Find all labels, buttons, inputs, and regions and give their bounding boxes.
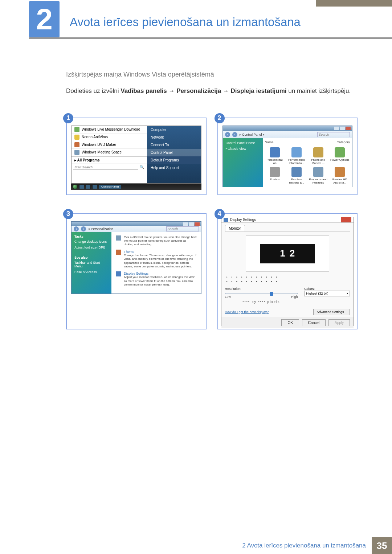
item-title: Display Settings [124,271,197,275]
help-link[interactable]: How do I get the best display? [225,310,269,314]
breadcrumb[interactable]: ▸ Control Panel ▸ [240,133,265,136]
instr-arrow-2: → [221,87,230,94]
start-search-input[interactable] [73,165,138,170]
cp-item[interactable]: Power Options [330,147,350,165]
resolution-slider[interactable] [225,293,298,294]
step-1-box: 1 Windows Live Messenger Download Norton… [66,118,207,195]
sidebar-seealso-title: See also [74,256,109,259]
performance-icon [291,147,302,157]
all-programs[interactable]: ▸ All Programs [72,156,147,164]
realtek-audio-icon [335,167,345,177]
window-close-button[interactable] [346,127,351,130]
resolution-label: Resolution: [225,287,298,291]
item-description: Change the theme. Themes can change a wi… [124,254,197,269]
personalization-item-display-settings[interactable]: Display SettingsAdjust your monitor reso… [116,271,197,287]
cp-item[interactable]: Printers [265,167,285,184]
nav-forward-icon[interactable]: › [81,226,86,231]
step-3-badge: 3 [63,209,73,219]
vista-start-menu: Windows Live Messenger Download Norton A… [71,126,201,184]
ok-button[interactable]: OK [281,319,299,326]
sidebar-link[interactable]: Ease of Access [74,270,109,274]
nav-forward-icon[interactable]: › [232,132,237,137]
sidebar-link[interactable]: • Classic View [226,147,260,151]
cp-item-label: Performance Informatio... [288,158,305,165]
cp-item-personalization[interactable]: Personalizati on [265,147,285,165]
monitor-arrangement[interactable]: 1 2 [260,244,315,263]
display-settings-dialog: Display Settings Monitor 1 2 • • • • • •… [221,217,354,326]
start-right-item[interactable]: Network [147,134,201,141]
mouse-pointer-icon [116,235,121,241]
sidebar-link[interactable]: Control Panel Home [226,141,260,145]
display-settings-icon [116,271,121,276]
monitor-select-placeholder: • • • • • • • • • • • [226,280,349,283]
sidebar-link[interactable]: Adjust font size (DPI) [74,246,109,249]
dialog-close-button[interactable] [341,217,351,222]
sidebar-link[interactable]: Change desktop icons [74,240,109,243]
window-close-button[interactable] [195,222,200,226]
search-input[interactable]: Search [166,226,199,231]
dialog-tabs: Monitor [225,225,350,232]
taskbar-quick-launch[interactable] [79,185,84,189]
footer-text: 2 Avota ierīces pievienošana un izmantoš… [242,542,372,549]
cancel-button[interactable]: Cancel [302,319,326,326]
start-right-item[interactable]: Default Programs [147,156,201,164]
window-minimize-button[interactable] [334,127,339,130]
cp-item[interactable]: Realtek HD Audio M... [330,167,350,184]
col-category: Category [336,140,350,144]
search-input[interactable]: Search [317,132,350,137]
window-maximize-button[interactable] [189,222,194,226]
personalization-icon [270,147,280,157]
item-title: Theme [124,250,197,254]
start-right-item-control-panel[interactable]: Control Panel [147,149,201,156]
window-maximize-button[interactable] [340,127,345,130]
nav-back-icon[interactable]: ‹ [225,132,230,137]
start-item[interactable]: Norton AntiVirus [72,134,147,141]
window-minimize-button[interactable] [183,222,188,226]
col-name: Name [265,140,337,144]
control-panel-grid: Personalizati on Performance Informatio.… [265,147,350,184]
window-titlebar [223,126,352,131]
page-footer: 2 Avota ierīces pievienošana un izmantoš… [242,537,392,554]
cp-item[interactable]: Problem Reports a... [286,167,307,184]
colors-combobox[interactable]: Highest (32 bit)▾ [304,291,350,296]
start-right-item[interactable]: Connect To [147,141,201,149]
monitor-1[interactable]: 1 [280,248,285,259]
start-search-row: 🔍 [72,164,147,171]
steps-grid: 1 Windows Live Messenger Download Norton… [66,118,358,329]
chapter-number: 2 [36,2,53,36]
personalization-window: ‹ › « Personalization Search Tasks Chang… [71,221,201,294]
chapter-number-box: 2 [29,1,60,37]
slider-thumb[interactable] [270,292,273,296]
start-item[interactable]: Windows DVD Maker [72,141,147,149]
chevron-down-icon: ▾ [347,292,348,295]
start-menu-left: Windows Live Messenger Download Norton A… [72,126,147,183]
norton-icon [74,135,79,140]
dialog-title: Display Settings [230,218,342,222]
cp-item[interactable]: Phone and Modem ... [308,147,328,165]
start-right-item[interactable]: Help and Support [147,164,201,172]
breadcrumb[interactable]: « Personalization [88,227,113,231]
taskbar-quick-launch[interactable] [92,185,97,189]
sidebar-link[interactable]: Taskbar and Start Menu [74,261,109,268]
cp-item[interactable]: Programs and Features [308,167,328,184]
start-item[interactable]: Windows Meeting Space [72,149,147,156]
start-right-item[interactable]: Computer [147,126,201,134]
cp-item[interactable]: Performance Informatio... [286,147,307,165]
personalization-main: Pick a different mouse pointer. You can … [111,232,201,294]
colors-value: Highest (32 bit) [306,292,328,295]
start-item[interactable]: Windows Live Messenger Download [72,126,147,134]
taskbar-window-button[interactable]: Control Panel [99,184,121,189]
tab-monitor[interactable]: Monitor [225,225,245,231]
monitor-select-placeholder: • • • • • • • • • • • [226,275,349,279]
taskbar-window-label: Control Panel [101,185,119,188]
personalization-item[interactable]: ThemeChange the theme. Themes can change… [116,250,197,269]
apply-button[interactable]: Apply [328,319,350,326]
taskbar-quick-launch[interactable] [86,185,91,189]
personalization-item[interactable]: Pick a different mouse pointer. You can … [116,235,197,247]
start-item-label: Windows Meeting Space [82,150,122,154]
monitor-2[interactable]: 2 [290,248,295,259]
power-options-icon [335,147,345,157]
start-orb-icon[interactable] [73,184,78,189]
nav-back-icon[interactable]: ‹ [74,226,79,231]
advanced-settings-button[interactable]: Advanced Settings... [313,309,350,315]
